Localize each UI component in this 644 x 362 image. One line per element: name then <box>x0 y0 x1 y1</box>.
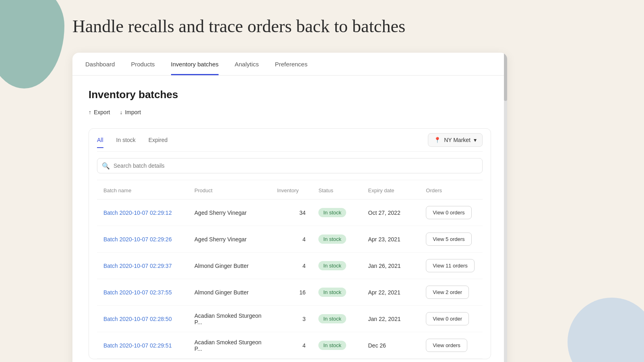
table-row: Batch 2020-10-07 02:29:26 Aged Sherry Vi… <box>97 226 483 253</box>
main-card: Dashboard Products Inventory batches Ana… <box>72 53 507 362</box>
table-row: Batch 2020-10-07 02:29:37 Almond Ginger … <box>97 253 483 279</box>
expiry-cell-5: Dec 26 <box>362 332 420 359</box>
table-row: Batch 2020-10-07 02:29:12 Aged Sherry Vi… <box>97 200 483 226</box>
location-filter-button[interactable]: 📍 NY Market ▾ <box>428 133 483 147</box>
inventory-cell-2: 4 <box>270 253 312 279</box>
batch-table: Batch name Product Inventory Status Expi… <box>97 182 483 359</box>
status-badge-3: In stock <box>318 288 346 297</box>
filter-tab-all[interactable]: All <box>97 132 103 148</box>
status-cell-3: In stock <box>312 279 361 306</box>
import-icon: ↓ <box>120 109 122 115</box>
status-cell-0: In stock <box>312 200 361 226</box>
search-icon: 🔍 <box>102 162 110 170</box>
inventory-cell-1: 4 <box>270 226 312 253</box>
view-orders-button-5[interactable]: View orders <box>426 339 467 352</box>
inventory-cell-3: 16 <box>270 279 312 306</box>
col-header-status: Status <box>312 182 361 200</box>
nav-tab-analytics[interactable]: Analytics <box>235 53 259 75</box>
nav-tab-inventory-batches[interactable]: Inventory batches <box>171 53 219 75</box>
status-badge-2: In stock <box>318 261 346 270</box>
expiry-cell-3: Apr 22, 2021 <box>362 279 420 306</box>
orders-cell-4: View 0 order <box>419 306 483 332</box>
export-label: Export <box>94 109 110 115</box>
batch-link-1[interactable]: Batch 2020-10-07 02:29:26 <box>103 236 172 243</box>
table-row: Batch 2020-10-07 02:29:51 Acadian Smoked… <box>97 332 483 359</box>
col-header-expiry-date: Expiry date <box>362 182 420 200</box>
orders-cell-5: View orders <box>419 332 483 359</box>
table-row: Batch 2020-10-07 02:28:50 Acadian Smoked… <box>97 306 483 332</box>
col-header-batch-name: Batch name <box>97 182 188 200</box>
view-orders-button-3[interactable]: View 2 order <box>426 286 469 299</box>
view-orders-button-1[interactable]: View 5 orders <box>426 232 471 246</box>
action-buttons: ↑ Export ↓ Import <box>89 107 491 117</box>
expiry-cell-0: Oct 27, 2022 <box>362 200 420 226</box>
product-cell-2: Almond Ginger Butter <box>188 253 270 279</box>
batch-link-5[interactable]: Batch 2020-10-07 02:29:51 <box>103 342 172 349</box>
batch-link-0[interactable]: Batch 2020-10-07 02:29:12 <box>103 210 172 216</box>
filter-tabs: All In stock Expired <box>97 132 167 148</box>
nav-tab-products[interactable]: Products <box>131 53 155 75</box>
expiry-cell-1: Apr 23, 2021 <box>362 226 420 253</box>
scrollbar-thumb[interactable] <box>504 53 507 101</box>
content-area: Inventory batches ↑ Export ↓ Import All … <box>72 76 507 362</box>
batch-link-4[interactable]: Batch 2020-10-07 02:28:50 <box>103 316 172 322</box>
product-cell-3: Almond Ginger Butter <box>188 279 270 306</box>
col-header-inventory: Inventory <box>270 182 312 200</box>
col-header-product: Product <box>188 182 270 200</box>
status-cell-5: In stock <box>312 332 361 359</box>
expiry-cell-4: Jan 22, 2021 <box>362 306 420 332</box>
page-title: Handle recalls and trace orders back to … <box>72 16 644 37</box>
inventory-cell-0: 34 <box>270 200 312 226</box>
import-button[interactable]: ↓ Import <box>120 107 141 117</box>
filter-tab-expired[interactable]: Expired <box>149 132 167 148</box>
chevron-down-icon: ▾ <box>474 137 477 143</box>
product-cell-5: Acadian Smoked Sturgeon P... <box>188 332 270 359</box>
section-title: Inventory batches <box>89 88 491 101</box>
table-row: Batch 2020-10-07 02:37:55 Almond Ginger … <box>97 279 483 306</box>
orders-cell-0: View 0 orders <box>419 200 483 226</box>
status-badge-1: In stock <box>318 234 346 244</box>
import-label: Import <box>125 109 141 115</box>
orders-cell-2: View 11 orders <box>419 253 483 279</box>
expiry-cell-2: Jan 26, 2021 <box>362 253 420 279</box>
view-orders-button-2[interactable]: View 11 orders <box>426 259 474 272</box>
product-cell-1: Aged Sherry Vinegar <box>188 226 270 253</box>
status-badge-0: In stock <box>318 208 346 217</box>
nav-tab-preferences[interactable]: Preferences <box>275 53 308 75</box>
export-icon: ↑ <box>89 109 91 115</box>
location-label: NY Market <box>444 137 471 143</box>
nav-tab-dashboard[interactable]: Dashboard <box>85 53 115 75</box>
filter-tabs-row: All In stock Expired 📍 NY Market ▾ <box>97 129 483 152</box>
view-orders-button-0[interactable]: View 0 orders <box>426 206 471 219</box>
status-badge-5: In stock <box>318 341 346 350</box>
export-button[interactable]: ↑ Export <box>89 107 110 117</box>
location-icon: 📍 <box>434 137 441 143</box>
status-cell-2: In stock <box>312 253 361 279</box>
inventory-cell-5: 4 <box>270 332 312 359</box>
filter-tab-in-stock[interactable]: In stock <box>116 132 136 148</box>
product-cell-0: Aged Sherry Vinegar <box>188 200 270 226</box>
inventory-cell-4: 3 <box>270 306 312 332</box>
filter-section: All In stock Expired 📍 NY Market ▾ 🔍 <box>89 128 491 359</box>
status-cell-4: In stock <box>312 306 361 332</box>
search-input[interactable] <box>97 158 483 173</box>
col-header-orders: Orders <box>419 182 483 200</box>
orders-cell-3: View 2 order <box>419 279 483 306</box>
batch-link-3[interactable]: Batch 2020-10-07 02:37:55 <box>103 289 172 296</box>
search-wrapper: 🔍 <box>97 152 483 180</box>
nav-tabs: Dashboard Products Inventory batches Ana… <box>72 53 507 76</box>
table-header-row: Batch name Product Inventory Status Expi… <box>97 182 483 200</box>
status-badge-4: In stock <box>318 314 346 323</box>
product-cell-4: Acadian Smoked Sturgeon P... <box>188 306 270 332</box>
view-orders-button-4[interactable]: View 0 order <box>426 312 469 325</box>
orders-cell-1: View 5 orders <box>419 226 483 253</box>
status-cell-1: In stock <box>312 226 361 253</box>
batch-link-2[interactable]: Batch 2020-10-07 02:29:37 <box>103 263 172 269</box>
